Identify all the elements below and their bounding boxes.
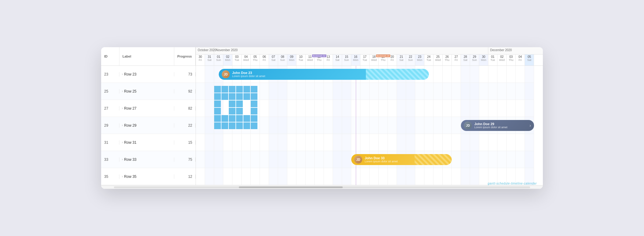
grid-cell-r1-d20 <box>379 83 388 100</box>
day-header-11: 10Tue <box>296 55 306 65</box>
logo-tile-4-2 <box>229 115 235 122</box>
grid-cell-r6-d28 <box>452 168 461 185</box>
table-row-31[interactable]: 31›Row 3115 <box>101 134 196 151</box>
grid-cell-r1-d31 <box>479 83 488 100</box>
logo-tile-3-1 <box>221 108 228 114</box>
grid-cell-r2-d33 <box>497 100 507 117</box>
logo-tile-4-1 <box>221 115 228 122</box>
day-header-34: 03Thu <box>507 55 516 65</box>
grid-cell-r1-d16 <box>342 83 351 100</box>
grid-cell-r1-d10 <box>287 83 296 100</box>
expand-arrow-31[interactable]: › <box>122 141 123 144</box>
event-title-33: John Doe 33 <box>365 156 398 160</box>
grid-cell-r1-d32 <box>488 83 497 100</box>
logo-shape <box>214 86 257 129</box>
grid-cell-r1-d34 <box>507 83 516 100</box>
event-33[interactable]: JDJohn Doe 33Lorem ipsum dolor sit amet <box>351 154 452 165</box>
grid-cell-r2-d32 <box>488 100 497 117</box>
event-29[interactable]: JDJohn Doe 29Lorem ipsum dolor sit amet› <box>461 120 534 131</box>
logo-tile-2-5 <box>251 100 257 107</box>
grid-cell-r1-d12 <box>306 83 315 100</box>
logo-tile-1-3 <box>236 93 243 100</box>
logo-tile-3-3 <box>236 108 243 114</box>
grid-cell-r1-d23 <box>406 83 415 100</box>
logo-tile-4-0 <box>214 115 221 122</box>
grid-cell-r0-d29 <box>461 66 470 83</box>
day-header-29: 28Sat <box>461 55 470 65</box>
day-header-2: 01Sun <box>214 55 223 65</box>
grid-cell-r2-d27 <box>443 100 452 117</box>
grid-cell-r4-d3 <box>223 134 232 151</box>
logo-tile-1-0 <box>214 93 221 100</box>
day-header-8: 07Sat <box>269 55 278 65</box>
event-title-29: John Doe 29 <box>474 122 508 126</box>
grid-cell-r4-d4 <box>232 134 242 151</box>
grid-cell-r4-d23 <box>406 134 415 151</box>
timeline-body: ≡JDJohn Doe 23Lorem ipsum dolor sit amet… <box>196 66 543 185</box>
grid-cell-r4-d11 <box>296 134 306 151</box>
expand-arrow-25[interactable]: › <box>122 90 123 93</box>
grid-cell-r1-d17 <box>351 83 360 100</box>
table-row-33[interactable]: 33›Row 3375 <box>101 151 196 168</box>
table-row-23[interactable]: 23›Row 2373 <box>101 66 196 83</box>
table-row-27[interactable]: 27›Row 2782 <box>101 100 196 117</box>
grid-cell-r5-d2 <box>214 151 223 168</box>
col-label-header: Label <box>119 47 174 65</box>
grid-cell-r0-d0 <box>196 66 205 83</box>
grid-cell-r3-d26 <box>433 117 443 134</box>
day-header-27: 26Thu <box>443 55 452 65</box>
grid-cell-r3-d11 <box>296 117 306 134</box>
cell-id-23: 23 <box>101 72 119 76</box>
expand-arrow-33[interactable]: › <box>122 158 123 161</box>
grid-cell-r1-d29 <box>461 83 470 100</box>
day-header-26: 25Wed <box>433 55 443 65</box>
table-row-29[interactable]: 29›Row 2922 <box>101 117 196 134</box>
day-header-6: 05Thu <box>251 55 260 65</box>
grid-cell-r6-d4 <box>232 168 242 185</box>
grid-cell-r2-d22 <box>397 100 406 117</box>
cell-progress-27: 82 <box>174 106 196 111</box>
grid-cell-r1-d24 <box>415 83 424 100</box>
grid-cell-r5-d29 <box>461 151 470 168</box>
grid-cell-r2-d34 <box>507 100 516 117</box>
grid-cell-r4-d16 <box>342 134 351 151</box>
scrollbar-area[interactable] <box>101 185 543 189</box>
grid-cell-r5-d30 <box>470 151 479 168</box>
cell-progress-31: 15 <box>174 140 196 145</box>
grid-cell-r1-d0 <box>196 83 205 100</box>
grid-cell-r5-d6 <box>251 151 260 168</box>
cell-label-25: ›Row 25 <box>119 89 174 93</box>
table-row-35[interactable]: 35›Row 3512 <box>101 168 196 185</box>
month-nov: November 2020 <box>214 47 488 54</box>
grid-cell-r4-d20 <box>379 134 388 151</box>
grid-cell-r6-d25 <box>424 168 433 185</box>
grid-cell-r6-d14 <box>324 168 333 185</box>
logo-tile-5-3 <box>236 122 243 129</box>
table-row-25[interactable]: 25›Row 2592 <box>101 83 196 100</box>
grid-cell-r3-d10 <box>287 117 296 134</box>
logo-tile-4-5 <box>251 115 257 122</box>
scrollbar-thumb[interactable] <box>239 186 343 188</box>
grid-cell-r2-d29 <box>461 100 470 117</box>
grid-cell-r5-d10 <box>287 151 296 168</box>
grid-cell-r6-d13 <box>315 168 324 185</box>
day-header-28: 27Fri <box>452 55 461 65</box>
grid-cell-r3-d28 <box>452 117 461 134</box>
grid-cell-r4-d27 <box>443 134 452 151</box>
grid-cell-r2-d14 <box>324 100 333 117</box>
grid-cell-r4-d17 <box>351 134 360 151</box>
grid-cell-r6-d21 <box>388 168 397 185</box>
grid-cell-r1-d11 <box>296 83 306 100</box>
grid-cell-r1-d21 <box>388 83 397 100</box>
scrollbar-track <box>114 186 530 188</box>
grid-cell-r4-d10 <box>287 134 296 151</box>
avatar-33: JD <box>354 156 362 164</box>
event-23[interactable]: ≡JDJohn Doe 23Lorem ipsum dolor sit amet <box>219 69 429 80</box>
expand-arrow-23[interactable]: › <box>122 72 123 76</box>
expand-arrow-35[interactable]: › <box>122 175 123 178</box>
grid-cell-r2-d36 <box>525 100 534 117</box>
expand-arrow-27[interactable]: › <box>122 107 123 110</box>
grid-cell-r6-d29 <box>461 168 470 185</box>
grid-cell-r3-d1 <box>205 117 214 134</box>
expand-arrow-29[interactable]: › <box>122 124 123 127</box>
